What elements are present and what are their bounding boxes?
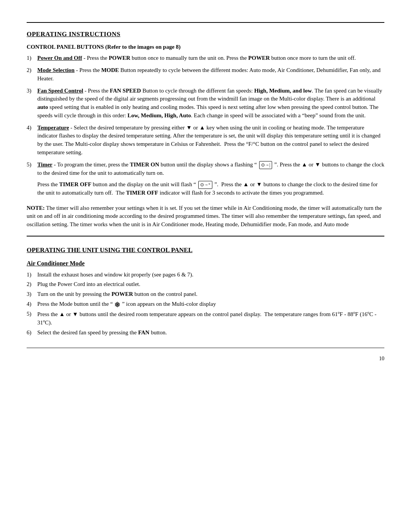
ac-list-content-4: Press the Mode button until the “ ❅ ” ic…: [37, 300, 384, 308]
ac-list-content-5: Press the ▲ or ▼ buttons until the desir…: [37, 310, 384, 328]
ac-item1-text: Install the exhaust hoses and window kit…: [37, 272, 193, 278]
ac-list-content-3: Turn on the unit by pressing the POWER b…: [37, 290, 384, 299]
list-content-5: Timer - To program the timer, press the …: [37, 161, 384, 197]
item3-bold3: auto: [37, 104, 48, 110]
item5-text: Timer - To program the timer, press the …: [37, 161, 384, 177]
ac-list-num-5: 5): [27, 310, 37, 328]
note-text: NOTE: The timer will also remember your …: [27, 204, 384, 229]
item3-bold1: FAN SPEED: [110, 88, 141, 94]
ac-list-item-4: 4) Press the Mode button until the “ ❅ ”…: [27, 300, 384, 308]
ac-list-item-1: 1) Install the exhaust hoses and window …: [27, 271, 384, 279]
item1-bold2: POWER: [248, 55, 270, 61]
ac-list-item-5: 5) Press the ▲ or ▼ buttons until the de…: [27, 310, 384, 328]
list-item-1: 1) Power On and Off - Press the POWER bu…: [27, 54, 384, 62]
item1-text: Power On and Off - Press the POWER butto…: [37, 54, 384, 62]
note-bold: NOTE:: [27, 205, 45, 211]
control-panel-heading: CONTROL PANEL BUTTONS (Refer to the imag…: [27, 43, 384, 51]
list-item-5: 5) Timer - To program the timer, press t…: [27, 161, 384, 197]
ac-list-num-2: 2): [27, 280, 37, 289]
ac-item3-bold: POWER: [112, 291, 133, 297]
item3-bold4: Low, Medium, High, Auto: [127, 112, 191, 118]
list-item-3: 3) Fan Speed Control - Press the FAN SPE…: [27, 87, 384, 120]
ac-item2-text: Plug the Power Cord into an electrical o…: [37, 281, 140, 287]
list-item-2: 2) Mode Selection - Press the MODE Butto…: [27, 66, 384, 83]
ac-list-content-2: Plug the Power Cord into an electrical o…: [37, 280, 384, 289]
item1-bold1: POWER: [109, 55, 131, 61]
ac-list-num-1: 1): [27, 271, 37, 279]
item5-label: Timer: [37, 161, 53, 168]
air-conditioner-list: 1) Install the exhaust hoses and window …: [27, 271, 384, 337]
middle-divider: [27, 236, 384, 236]
ac-list-content-6: Select the desired fan speed by pressing…: [37, 329, 384, 337]
top-divider: [27, 22, 384, 23]
ac-list-num-6: 6): [27, 329, 37, 337]
list-content-1: Power On and Off - Press the POWER butto…: [37, 54, 384, 62]
list-num-3: 3): [27, 87, 37, 95]
main-instructions-list: 1) Power On and Off - Press the POWER bu…: [27, 54, 384, 197]
list-content-4: Temperature - Select the desired tempera…: [37, 124, 384, 157]
timer-on-symbol: ⊙→|: [259, 161, 272, 169]
page-number: 10: [27, 355, 384, 363]
list-num-5: 5): [27, 161, 37, 169]
ac-item5-text: Press the ▲ or ▼ buttons until the desir…: [37, 311, 376, 326]
page-container: OPERATING INSTRUCTIONS CONTROL PANEL BUT…: [27, 22, 384, 363]
item5-bold-off: TIMER OFF: [59, 181, 92, 187]
list-content-3: Fan Speed Control - Press the FAN SPEED …: [37, 87, 384, 120]
item2-bold1: MODE: [101, 67, 119, 73]
ac-item3-text: Turn on the unit by pressing the POWER b…: [37, 291, 198, 297]
item4-label: Temperature: [37, 125, 69, 131]
section2: OPERATING THE UNIT USING THE CONTROL PAN…: [27, 246, 384, 337]
timer-off-symbol: ⊙→°: [198, 181, 212, 189]
list-content-2: Mode Selection - Press the MODE Button r…: [37, 66, 384, 83]
ac-list-item-6: 6) Select the desired fan speed by press…: [27, 329, 384, 337]
list-num-1: 1): [27, 54, 37, 62]
list-num-4: 4): [27, 124, 37, 132]
item5-bold-off2: TIMER OFF: [126, 190, 158, 196]
ac-list-num-4: 4): [27, 300, 37, 308]
ac-list-item-3: 3) Turn on the unit by pressing the POWE…: [27, 290, 384, 299]
bottom-divider: [27, 348, 384, 348]
operating-control-panel-title: OPERATING THE UNIT USING THE CONTROL PAN…: [27, 246, 384, 255]
item3-text: Fan Speed Control - Press the FAN SPEED …: [37, 87, 384, 120]
snowflake-icon: ❅: [114, 301, 121, 308]
ac-list-item-2: 2) Plug the Power Cord into an electrica…: [27, 280, 384, 289]
ac-item6-text: Select the desired fan speed by pressing…: [37, 329, 167, 335]
ac-list-content-1: Install the exhaust hoses and window kit…: [37, 271, 384, 279]
item3-bold2: High, Medium, and low: [254, 88, 312, 94]
ac-item6-bold: FAN: [138, 329, 150, 335]
list-num-2: 2): [27, 66, 37, 75]
item4-text: Temperature - Select the desired tempera…: [37, 124, 384, 157]
ac-list-num-3: 3): [27, 290, 37, 299]
list-item-4: 4) Temperature - Select the desired temp…: [27, 124, 384, 157]
item5-bold1: TIMER ON: [130, 161, 159, 168]
air-conditioner-mode-title: Air Conditioner Mode: [27, 259, 384, 268]
item1-label: Power On and Off: [37, 55, 82, 61]
item2-label: Mode Selection: [37, 67, 75, 73]
item5-timer-off-text: Press the TIMER OFF button and the displ…: [37, 181, 384, 197]
operating-instructions-title: OPERATING INSTRUCTIONS: [27, 30, 384, 39]
note-block: NOTE: The timer will also remember your …: [27, 204, 384, 229]
item3-label: Fan Speed Control: [37, 88, 83, 94]
item2-text: Mode Selection - Press the MODE Button r…: [37, 66, 384, 83]
ac-item4-text: Press the Mode button until the “ ❅ ” ic…: [37, 301, 216, 307]
